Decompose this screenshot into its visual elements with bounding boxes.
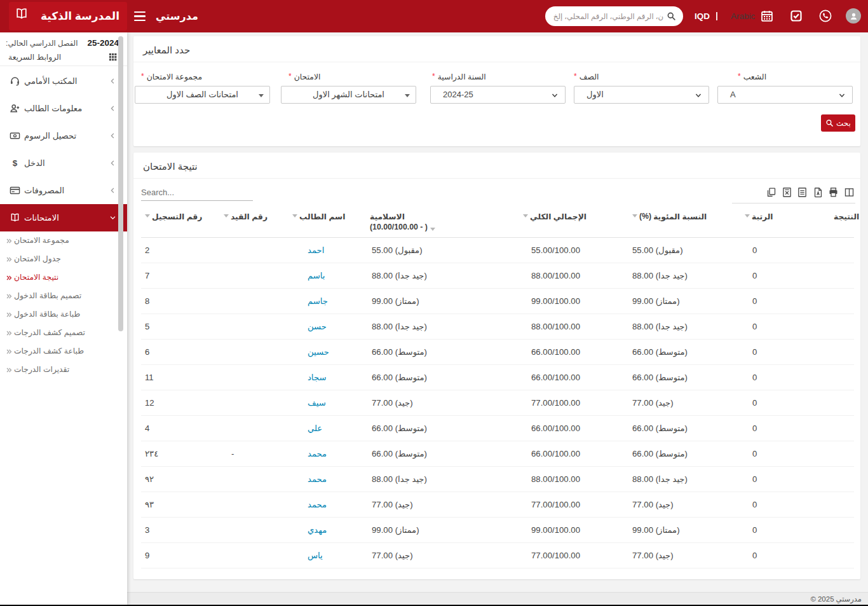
table-row-11: 3مهدي99.00 (ممتاز)99.00/100.0099.00 (ممت… (141, 517, 854, 542)
cell-r10-c4: 77.00/100.00 (515, 492, 625, 517)
filter-select-1[interactable]: امتحانات الشهر الاول (281, 86, 416, 104)
cell-r4-c4: 66.00/100.00 (515, 339, 625, 364)
submenu-item-6[interactable]: طباعة كشف الدرجات (0, 342, 127, 361)
submenu-item-3[interactable]: تصميم بطاقة الدخول (0, 287, 127, 305)
menu-toggle-icon[interactable] (134, 11, 146, 21)
sidebar-item-label: الدخل (24, 149, 45, 177)
chevron-down-icon (109, 214, 117, 222)
table-row-6: 12سيف77.00 (جيد)77.00/100.0077.00 (جيد)0 (141, 390, 854, 415)
cell-r5-c0: 11 (141, 364, 222, 390)
filter-select-4[interactable]: A (717, 86, 853, 104)
table-search-input[interactable] (141, 184, 253, 201)
submenu-item-7[interactable]: تقديرات الدرجات (0, 361, 127, 379)
currency-label[interactable]: IQD (695, 0, 710, 32)
column-header-6[interactable]: الرتبة (736, 207, 825, 237)
cell-r1-c1 (222, 263, 291, 288)
cell-r9-c1 (222, 466, 291, 492)
sidebar-item-0[interactable]: المكتب الأمامي (0, 67, 127, 95)
language-selector[interactable]: Arabic (731, 10, 755, 22)
student-name-link[interactable]: حسين (308, 347, 329, 357)
session-label: الفصل الدراسي الحالي: (8, 39, 78, 48)
filter-select-2[interactable]: 2024-25 (430, 86, 566, 104)
cell-r6-c4: 77.00/100.00 (515, 390, 625, 415)
quick-links[interactable]: الروابط السريعة (8, 51, 118, 63)
search-icon (667, 11, 676, 21)
student-name-link[interactable]: حسن (308, 322, 327, 331)
cell-r12-c2: ياس (291, 542, 346, 568)
table-row-3: 5حسن88.00 (جيد جدا)88.00/100.0088.00 (جي… (141, 313, 854, 339)
cell-r1-c3: 88.00 (جيد جدا) (346, 263, 515, 288)
person-icon (849, 11, 858, 21)
column-header-5[interactable]: (%)النسبة المئوية (625, 207, 736, 237)
student-name-link[interactable]: محمد (308, 474, 327, 484)
excel-icon[interactable] (782, 187, 792, 198)
sidebar-submenu: مجموعة الامتحانجدول الامتحاننتيجة الامتح… (0, 231, 127, 379)
cell-r9-c3: 88.00 (جيد جدا) (346, 466, 515, 492)
global-search-input[interactable] (553, 6, 662, 26)
cell-r5-c4: 66.00/100.00 (515, 364, 625, 390)
filter-col-3: *الصفالاول (574, 71, 709, 81)
column-header-7: النتيجة (825, 207, 854, 237)
cell-r4-c7 (825, 339, 854, 364)
column-header-3[interactable]: الاسلامية(10.00/100.00 - ) (346, 207, 515, 237)
student-name-link[interactable]: سجاد (308, 373, 326, 382)
check-square-icon[interactable] (790, 10, 803, 22)
required-star: * (288, 72, 292, 81)
submenu-item-4[interactable]: طباعة بطاقة الدخول (0, 305, 127, 324)
column-header-4[interactable]: الإجمالي الكلي (515, 207, 625, 237)
sidebar-item-1[interactable]: معلومات الطالب (0, 95, 127, 122)
cell-r9-c6: 0 (736, 466, 825, 492)
filter-select-3[interactable]: الاول (574, 86, 709, 104)
student-name-link[interactable]: محمد (308, 449, 327, 458)
cell-r1-c7 (825, 263, 854, 288)
submenu-item-1[interactable]: جدول الامتحان (0, 250, 127, 268)
angles-right-icon (5, 329, 13, 337)
cell-r6-c5: 77.00 (جيد) (625, 390, 736, 415)
cell-r9-c2: محمد (291, 466, 346, 492)
required-star: * (432, 72, 435, 81)
table-row-0: 2احمد55.00 (مقبول)55.00/100.0055.00 (مقب… (141, 237, 854, 263)
sidebar-scrollbar[interactable] (118, 36, 123, 331)
sidebar-item-5[interactable]: الامتحانات (0, 204, 127, 231)
column-header-1[interactable]: رقم القيد (222, 207, 291, 237)
sidebar-item-3[interactable]: $الدخل (0, 149, 127, 177)
calendar-icon[interactable] (761, 10, 773, 22)
columns-icon[interactable] (844, 187, 855, 198)
csv-icon[interactable] (797, 187, 808, 198)
chevron-left-icon (109, 132, 117, 140)
global-search[interactable]: إلخالرقم المحلي،الرقم الوطني،ن، (545, 6, 683, 26)
student-name-link[interactable]: باسم (308, 271, 325, 280)
submenu-item-0[interactable]: مجموعة الامتحان (0, 231, 127, 250)
column-header-2[interactable]: اسم الطالب (291, 207, 346, 237)
sidebar-item-2[interactable]: تحصيل الرسوم (0, 122, 127, 149)
filter-label: *السنة الدراسية (430, 71, 566, 81)
cell-r6-c6: 0 (736, 390, 825, 415)
submenu-item-2[interactable]: نتيجة الامتحان (0, 268, 127, 287)
chevron-left-icon (109, 77, 117, 85)
avatar[interactable] (846, 8, 861, 24)
student-name-link[interactable]: محمد (308, 500, 327, 509)
filter-col-2: *السنة الدراسية2024-25 (430, 71, 566, 81)
student-name-link[interactable]: سيف (308, 398, 326, 408)
search-button[interactable]: بحث (821, 114, 855, 132)
filter-select-0[interactable]: امتحانات الصف الاول (135, 86, 270, 104)
table-row-5: 11سجاد66.00 (متوسط)66.00/100.0066.00 (مت… (141, 364, 854, 390)
column-header-0[interactable]: رقم التسجيل (141, 207, 222, 237)
student-name-link[interactable]: مهدي (308, 525, 327, 535)
student-name-link[interactable]: احمد (308, 245, 324, 255)
student-name-link[interactable]: ياس (308, 551, 323, 560)
student-name-link[interactable]: علي (308, 424, 322, 433)
cell-r5-c2: سجاد (291, 364, 346, 390)
copy-icon[interactable] (766, 187, 776, 198)
cell-r8-c1: - (222, 441, 291, 466)
whatsapp-icon[interactable] (818, 9, 832, 23)
student-name-link[interactable]: جاسم (308, 296, 328, 306)
cell-r1-c4: 88.00/100.00 (515, 263, 625, 288)
print-icon[interactable] (828, 187, 839, 198)
pdf-icon[interactable] (813, 187, 824, 198)
divider (133, 178, 860, 179)
cell-r6-c2: سيف (291, 390, 346, 415)
submenu-item-5[interactable]: تصميم كشف الدرجات (0, 324, 127, 342)
cell-r0-c6: 0 (736, 237, 825, 263)
sidebar-item-4[interactable]: المصروفات (0, 177, 127, 204)
